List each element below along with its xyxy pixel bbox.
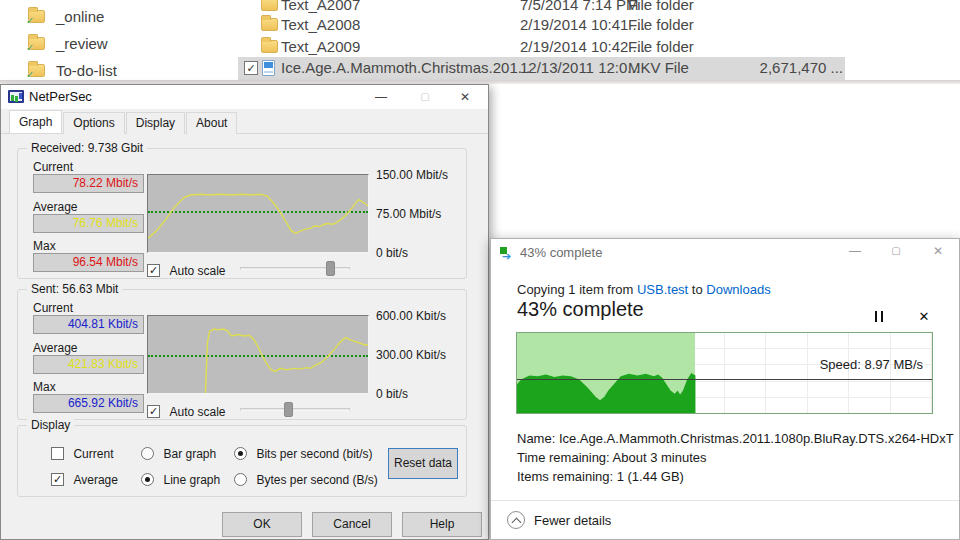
slider-thumb[interactable]	[326, 261, 335, 276]
sidebar-item-online[interactable]: ✓ _online	[28, 5, 104, 27]
scale-mid-label: 300.00 Kbit/s	[376, 348, 468, 362]
speed-area-chart	[517, 333, 932, 413]
current-checkbox[interactable]	[51, 447, 64, 460]
bar-graph-label: Bar graph	[163, 447, 216, 461]
sent-scale-slider[interactable]	[240, 402, 350, 417]
bits-option[interactable]: Bits per second (bit/s)	[234, 444, 373, 462]
copy-dialog-titlebar[interactable]: ➔ 43% complete — ▢ ✕	[491, 239, 959, 269]
reset-data-button[interactable]: Reset data	[388, 448, 458, 479]
display-group-label: Display	[27, 418, 74, 432]
autoscale-label: Auto scale	[169, 264, 225, 278]
time-value: About 3 minutes	[613, 450, 707, 465]
cancel-copy-button[interactable]: ✕	[915, 308, 933, 326]
name-value: Ice.Age.A.Mammoth.Christmas.2011.1080p.B…	[559, 431, 954, 446]
netpersec-window: NetPerSec — ▢ ✕ GraphOptionsDisplayAbout…	[0, 84, 489, 540]
folder-icon: ✓	[28, 37, 45, 50]
sync-check-icon: ✓	[26, 69, 34, 80]
tab-graph[interactable]: Graph	[9, 110, 62, 133]
mkv-file-icon	[262, 60, 275, 76]
line-graph-label: Line graph	[163, 473, 220, 487]
bytes-radio[interactable]	[234, 473, 247, 486]
autoscale-label: Auto scale	[169, 405, 225, 419]
sync-check-icon: ✓	[26, 42, 34, 53]
average-option-label: Average	[73, 473, 117, 487]
sidebar-item-label: _online	[56, 8, 104, 25]
ok-button[interactable]: OK	[222, 512, 302, 537]
minimize-button[interactable]: —	[840, 241, 870, 261]
received-max-field: 96.54 Mbit/s	[33, 253, 144, 272]
folder-icon: ✓	[28, 10, 45, 23]
tab-display[interactable]: Display	[126, 112, 185, 134]
window-title: 43% complete	[520, 245, 602, 260]
sidebar-item-todo[interactable]: ✓ To-do-list	[28, 59, 117, 81]
scale-bottom-label: 0 bit/s	[376, 387, 468, 401]
autoscale-checkbox[interactable]: ✓	[147, 405, 160, 418]
file-row-selected[interactable]: ✓ Ice.Age.A.Mammoth.Christmas.201... 12/…	[238, 57, 845, 80]
received-autoscale[interactable]: ✓ Auto scale	[147, 261, 226, 279]
pause-button[interactable]	[869, 309, 891, 325]
file-row[interactable]: Text_A2009 2/19/2014 10:42 ... File fold…	[238, 36, 845, 58]
sidebar-item-label: _review	[56, 35, 108, 52]
folder-icon	[261, 0, 278, 11]
slider-thumb[interactable]	[284, 402, 293, 417]
sent-group-label: Sent: 56.63 Mbit	[27, 282, 122, 296]
max-label: Max	[33, 239, 56, 253]
max-label: Max	[33, 380, 56, 394]
slider-track[interactable]	[240, 408, 350, 411]
help-button[interactable]: Help	[402, 512, 482, 537]
autoscale-checkbox[interactable]: ✓	[147, 264, 160, 277]
scale-bottom-label: 0 bit/s	[376, 246, 468, 260]
maximize-button[interactable]: ▢	[881, 241, 911, 261]
received-scale-slider[interactable]	[240, 261, 350, 276]
file-type: MKV File	[628, 59, 689, 76]
current-label: Current	[33, 301, 73, 315]
bytes-option[interactable]: Bytes per second (B/s)	[234, 470, 378, 488]
netpersec-titlebar[interactable]: NetPerSec — ▢ ✕	[1, 85, 488, 109]
file-name: Text_A2007	[281, 0, 360, 13]
average-option[interactable]: ✓ Average	[51, 470, 118, 488]
fewer-details-label: Fewer details	[534, 513, 611, 528]
copy-summary: Copying 1 item from USB.test to Download…	[517, 282, 771, 297]
pause-icon	[875, 311, 877, 322]
file-date: 2/19/2014 10:41 ...	[520, 16, 645, 33]
time-label: Time remaining:	[517, 450, 613, 465]
minimize-button[interactable]: —	[366, 87, 396, 107]
divider	[491, 500, 959, 501]
maximize-button[interactable]: ▢	[410, 87, 440, 107]
average-label: Average	[33, 200, 77, 214]
bits-radio[interactable]	[234, 447, 247, 460]
sent-line-chart	[148, 316, 368, 393]
file-name: Text_A2009	[281, 38, 360, 55]
close-button[interactable]: ✕	[923, 241, 953, 261]
tab-strip: GraphOptionsDisplayAbout	[1, 111, 488, 134]
close-button[interactable]: ✕	[450, 87, 480, 107]
source-link[interactable]: USB.test	[637, 282, 688, 297]
received-group-label: Received: 9.738 Gbit	[27, 141, 147, 155]
line-graph-option[interactable]: Line graph	[141, 470, 220, 488]
tab-about[interactable]: About	[186, 112, 237, 134]
items-label: Items remaining:	[517, 469, 617, 484]
line-graph-radio[interactable]	[141, 473, 154, 486]
copy-mid: to	[688, 282, 706, 297]
bar-graph-option[interactable]: Bar graph	[141, 444, 216, 462]
bar-graph-radio[interactable]	[141, 447, 154, 460]
display-group: Display Current ✓ Average Bar graph Line…	[17, 425, 467, 497]
speed-average-line	[517, 379, 932, 380]
file-name: Ice.Age.A.Mammoth.Christmas.201...	[281, 59, 530, 76]
fewer-details-toggle[interactable]: Fewer details	[507, 510, 611, 530]
tab-options[interactable]: Options	[63, 112, 124, 134]
file-date: 7/5/2014 7:14 PM	[520, 0, 638, 13]
sent-graph	[147, 315, 369, 394]
sent-autoscale[interactable]: ✓ Auto scale	[147, 402, 226, 420]
current-option[interactable]: Current	[51, 444, 113, 462]
average-checkbox[interactable]: ✓	[51, 473, 64, 486]
cancel-button[interactable]: Cancel	[312, 512, 392, 537]
received-current-field: 78.22 Mbit/s	[33, 174, 144, 193]
row-checkbox[interactable]: ✓	[244, 61, 258, 75]
destination-link[interactable]: Downloads	[706, 282, 770, 297]
file-date: 12/13/2011 12:0...	[520, 59, 640, 76]
sidebar-item-review[interactable]: ✓ _review	[28, 32, 108, 54]
file-row[interactable]: Text_A2008 2/19/2014 10:41 ... File fold…	[238, 14, 845, 36]
received-average-field: 76.76 Mbit/s	[33, 214, 144, 233]
scale-top-label: 150.00 Mbit/s	[376, 168, 468, 182]
